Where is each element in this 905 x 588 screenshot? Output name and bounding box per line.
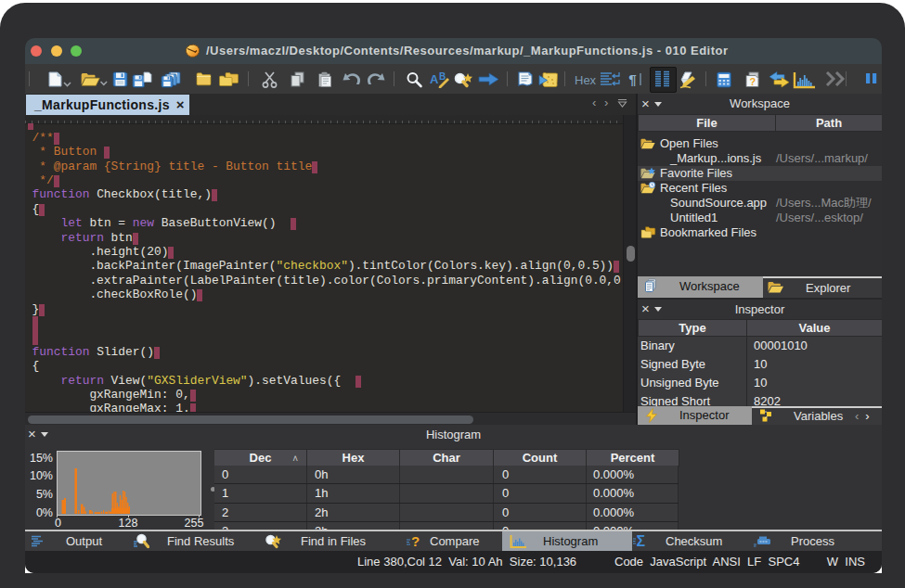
svg-text:A: A [430, 72, 439, 86]
svg-text:?: ? [750, 76, 756, 87]
svg-text:¶: ¶ [628, 73, 637, 88]
svg-text:Σ: Σ [637, 533, 646, 549]
svg-text:?: ? [411, 534, 420, 549]
svg-text:B: B [439, 71, 446, 82]
